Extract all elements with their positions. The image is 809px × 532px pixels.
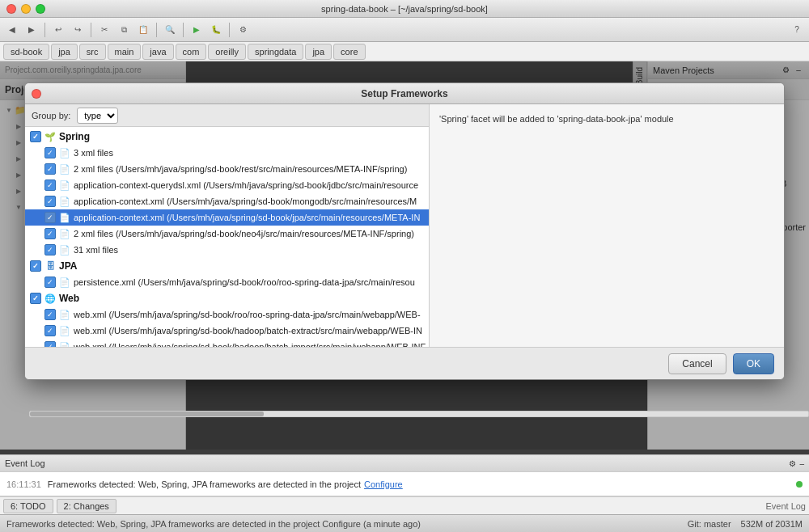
git-branch[interactable]: Git: master — [688, 519, 731, 529]
web-checkbox[interactable]: ✓ — [30, 293, 41, 304]
redo-button[interactable]: ↪ — [69, 21, 87, 39]
dialog-title: Setup Frameworks — [361, 88, 447, 99]
xml-icon-5: 📄 — [59, 212, 70, 223]
spring-item-3xml[interactable]: ✓ 📄 3 xml files — [25, 145, 429, 161]
toolbar-separator-2 — [91, 23, 91, 37]
jpa-section-header[interactable]: ✓ 🗄 JPA — [25, 258, 429, 274]
minimize-button[interactable] — [21, 4, 31, 14]
spring-mongodb-label: application-context.xml (/Users/mh/java/… — [74, 196, 417, 206]
spring-item-2xml-rest[interactable]: ✓ 📄 2 xml files (/Users/mh/java/spring/s… — [25, 161, 429, 177]
xml-icon-2: 📄 — [59, 163, 70, 175]
changes-tab-label: 2: Changes — [64, 501, 109, 511]
spring-2xml-rest-label: 2 xml files (/Users/mh/java/spring/sd-bo… — [74, 164, 407, 174]
jpa-persistence-checkbox[interactable]: ✓ — [44, 277, 56, 288]
nav-tab-oreilly[interactable]: oreilly — [208, 44, 246, 60]
breadcrumb-nav: sd-book jpa src main java com oreilly sp… — [0, 42, 809, 61]
close-button[interactable] — [6, 4, 16, 14]
jpa-item-persistence[interactable]: ✓ 📄 persistence.xml (/Users/mh/java/spri… — [25, 274, 429, 290]
event-log-tab[interactable]: Event Log — [765, 501, 806, 511]
xml-icon-3: 📄 — [59, 179, 70, 191]
spring-item-2xml-neo4j[interactable]: ✓ 📄 2 xml files (/Users/mh/java/spring/s… — [25, 226, 429, 242]
settings-button[interactable]: ⚙ — [234, 21, 252, 39]
spring-querydsl-checkbox[interactable]: ✓ — [44, 179, 56, 191]
spring-section-header[interactable]: ✓ 🌱 Spring — [25, 129, 429, 145]
dialog-close-btn[interactable] — [32, 89, 41, 99]
spring-jpa-label: application-context.xml (/Users/mh/java/… — [74, 213, 420, 222]
status-bar: Frameworks detected: Web, Spring, JPA fr… — [0, 514, 809, 532]
event-log-hide-icon[interactable]: – — [799, 459, 804, 468]
title-bar: spring-data-book – [~/java/spring/sd-boo… — [0, 0, 809, 18]
todo-tab[interactable]: 6: TODO — [3, 499, 53, 513]
web-item-1[interactable]: ✓ 📄 web.xml (/Users/mh/java/spring/sd-bo… — [25, 306, 429, 323]
nav-tab-springdata[interactable]: springdata — [248, 44, 303, 60]
web-item-3[interactable]: ✓ 📄 web.xml (/Users/mh/java/spring/sd-bo… — [25, 339, 429, 347]
nav-tab-sdbook[interactable]: sd-book — [3, 44, 49, 60]
debug-button[interactable]: 🐛 — [207, 21, 225, 39]
xml-icon-9: 📄 — [59, 309, 70, 320]
spring-item-31xml[interactable]: ✓ 📄 31 xml files — [25, 242, 429, 258]
spring-2xml-rest-checkbox[interactable]: ✓ — [44, 163, 56, 175]
nav-tab-src[interactable]: src — [79, 44, 106, 60]
forward-button[interactable]: ▶ — [23, 21, 40, 39]
toolbar-separator-4 — [183, 23, 184, 37]
main-toolbar: ◀ ▶ ↩ ↪ ✂ ⧉ 📋 🔍 ▶ 🐛 ⚙ ? — [0, 18, 809, 42]
paste-button[interactable]: 📋 — [134, 21, 152, 39]
cut-button[interactable]: ✂ — [95, 21, 113, 39]
dialog-close-buttons[interactable] — [32, 89, 41, 99]
spring-querydsl-label: application-context-querydsl.xml (/Users… — [74, 180, 418, 190]
status-message: Frameworks detected: Web, Spring, JPA fr… — [6, 519, 421, 529]
window-title: spring-data-book – [~/java/spring/sd-boo… — [321, 4, 488, 14]
window-controls[interactable] — [6, 4, 45, 14]
group-by-select[interactable]: type — [77, 108, 118, 124]
jpa-checkbox[interactable]: ✓ — [30, 260, 41, 272]
xml-icon-11: 📄 — [59, 341, 70, 347]
web-item3-checkbox[interactable]: ✓ — [44, 341, 56, 347]
nav-tab-java[interactable]: java — [142, 44, 173, 60]
event-log-actions: ⚙ – — [789, 459, 804, 468]
web-item2-checkbox[interactable]: ✓ — [44, 325, 56, 336]
xml-icon-4: 📄 — [59, 196, 70, 207]
nav-tab-com[interactable]: com — [176, 44, 207, 60]
spring-3xml-checkbox[interactable]: ✓ — [44, 147, 56, 158]
spring-neo4j-checkbox[interactable]: ✓ — [44, 228, 56, 239]
spring-31xml-checkbox[interactable]: ✓ — [44, 244, 56, 255]
nav-tab-jpa[interactable]: jpa — [51, 44, 78, 60]
spring-jpa-checkbox[interactable]: ✓ — [44, 212, 56, 223]
back-button[interactable]: ◀ — [3, 21, 21, 39]
green-status-dot — [796, 481, 803, 488]
xml-icon-1: 📄 — [59, 147, 70, 158]
dialog-footer: Cancel OK — [25, 347, 784, 379]
spring-item-jpa[interactable]: ✓ 📄 application-context.xml (/Users/mh/j… — [25, 209, 429, 226]
spring-3xml-label: 3 xml files — [74, 148, 113, 158]
maximize-button[interactable] — [36, 4, 45, 14]
web-item1-checkbox[interactable]: ✓ — [44, 309, 56, 320]
web-item-2[interactable]: ✓ 📄 web.xml (/Users/mh/java/spring/sd-bo… — [25, 323, 429, 339]
main-area: Project.com.oreilly.springdata.jpa.core … — [0, 61, 809, 450]
search-button[interactable]: 🔍 — [161, 21, 179, 39]
memory-indicator: 532M of 2031M — [741, 519, 803, 529]
event-configure-link[interactable]: Configure — [364, 479, 403, 489]
spring-mongodb-checkbox[interactable]: ✓ — [44, 196, 56, 207]
changes-tab[interactable]: 2: Changes — [57, 499, 116, 513]
toolbar-separator-3 — [156, 23, 157, 37]
nav-tab-jpa2[interactable]: jpa — [305, 44, 332, 60]
dialog-body: Group by: type ✓ 🌱 Spring ✓ 📄 — [25, 104, 784, 347]
help-button[interactable]: ? — [788, 21, 806, 39]
spring-item-querydsl[interactable]: ✓ 📄 application-context-querydsl.xml (/U… — [25, 177, 429, 193]
jpa-label: JPA — [59, 260, 77, 272]
status-right: Git: master 532M of 2031M — [688, 519, 803, 529]
spring-neo4j-label: 2 xml files (/Users/mh/java/spring/sd-bo… — [74, 229, 414, 239]
spring-item-mongodb[interactable]: ✓ 📄 application-context.xml (/Users/mh/j… — [25, 193, 429, 209]
dialog-info-panel: 'Spring' facet will be added to 'spring-… — [430, 104, 784, 347]
nav-tab-main[interactable]: main — [108, 44, 142, 60]
nav-tab-core[interactable]: core — [333, 44, 365, 60]
spring-checkbox[interactable]: ✓ — [30, 131, 41, 142]
run-button[interactable]: ▶ — [188, 21, 205, 39]
ok-button[interactable]: OK — [733, 353, 774, 374]
cancel-button[interactable]: Cancel — [668, 353, 726, 374]
undo-button[interactable]: ↩ — [49, 21, 67, 39]
copy-button[interactable]: ⧉ — [115, 21, 133, 39]
event-log-settings-icon[interactable]: ⚙ — [789, 459, 796, 468]
dialog-info-text: 'Spring' facet will be added to 'spring-… — [439, 114, 674, 124]
web-section-header[interactable]: ✓ 🌐 Web — [25, 290, 429, 306]
